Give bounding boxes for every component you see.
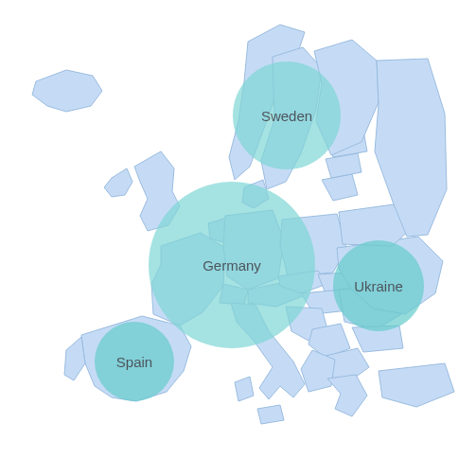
bubble-label: Spain — [116, 354, 152, 370]
bubble-ukraine[interactable]: Ukraine — [333, 240, 424, 331]
bubble-spain[interactable]: Spain — [95, 322, 174, 401]
europe-bubble-map: Germany Sweden Ukraine Spain — [0, 0, 476, 476]
bubble-label: Ukraine — [354, 278, 403, 294]
bubble-label: Sweden — [261, 108, 312, 124]
bubble-sweden[interactable]: Sweden — [233, 62, 341, 169]
bubble-germany[interactable]: Germany — [149, 182, 315, 348]
bubble-label: Germany — [203, 257, 261, 273]
